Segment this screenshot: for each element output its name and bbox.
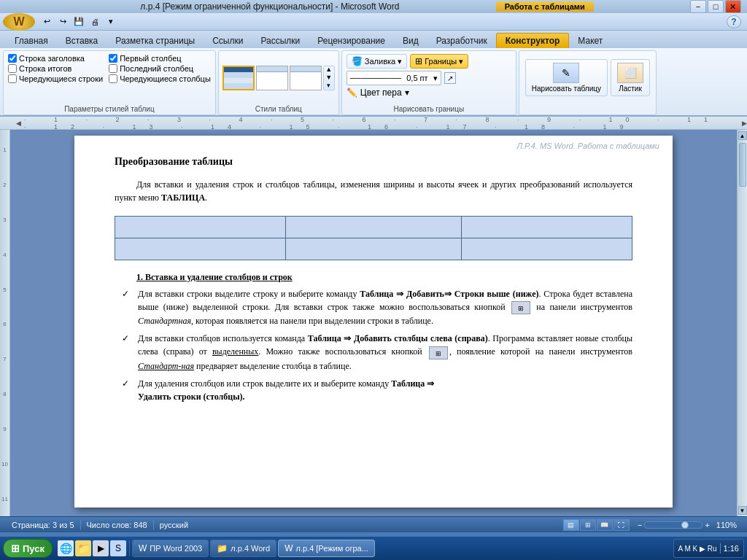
- table-style-scroll[interactable]: ▲ ▼ ▾: [323, 66, 335, 90]
- taskbar-item-active[interactable]: W л.р.4 [Режим огра...: [278, 540, 375, 557]
- ie-icon[interactable]: 🌐: [58, 540, 74, 556]
- fill-icon: 🪣: [352, 56, 363, 66]
- table-style-2[interactable]: [256, 66, 288, 90]
- table-style-1[interactable]: [222, 66, 255, 90]
- zoom-slider[interactable]: [644, 521, 703, 529]
- document-page: Л.Р.4. MS Word. Работа с таблицами Преоб…: [74, 136, 673, 508]
- draw-borders-group-label: Нарисовать границы: [342, 105, 516, 113]
- tab-developer[interactable]: Разработчик: [427, 34, 496, 48]
- table-styles-group: ▲ ▼ ▾ Стили таблиц: [218, 50, 339, 115]
- minimize-button[interactable]: −: [690, 0, 706, 13]
- header-row-checkbox[interactable]: [8, 54, 17, 63]
- fill-dropdown-icon[interactable]: ▾: [398, 57, 402, 66]
- taskbar: ⊞ Пуск 🌐 📁 ▶ S W ПР Word 2003 📁 л.р.4 Wo…: [0, 537, 747, 560]
- quicklaunch-bar: 🌐 📁 ▶ S: [55, 540, 130, 556]
- word-count: Число слов: 848: [81, 521, 153, 529]
- border-width-selector[interactable]: ───────── 0,5 пт ▾: [347, 71, 441, 85]
- save-button[interactable]: 💾: [71, 15, 86, 28]
- list-item-3: ✓ Для удаления столбцов или строк выдели…: [115, 377, 632, 403]
- document-table: [115, 216, 632, 260]
- expand-draw-button[interactable]: ↗: [444, 72, 456, 84]
- start-button[interactable]: ⊞ Пуск: [3, 539, 53, 558]
- pen-color-icon: ✏️: [347, 88, 357, 98]
- draw-borders-group: 🪣 Заливка ▾ ⊞ Границы ▾ ───────── 0,5 пт…: [341, 50, 516, 115]
- media-icon[interactable]: ▶: [93, 540, 109, 556]
- word-active-icon: W: [285, 543, 293, 553]
- banded-cols-checkbox-label[interactable]: Чередующиеся столбцы: [109, 74, 211, 83]
- office-button[interactable]: W: [3, 13, 35, 31]
- pen-color-label: Цвет пера: [360, 88, 402, 98]
- view-reading-button[interactable]: 📖: [597, 519, 613, 531]
- start-label: Пуск: [23, 543, 44, 554]
- scroll-up-button[interactable]: ▲: [738, 131, 747, 140]
- first-col-checkbox[interactable]: [109, 54, 117, 63]
- tab-insert[interactable]: Вставка: [57, 34, 107, 48]
- borders-icon: ⊞: [415, 56, 422, 66]
- draw-tools-group: ✎ Нарисовать таблицу ⬜ Ластик: [519, 50, 657, 115]
- page-watermark: Л.Р.4. MS Word. Работа с таблицами: [516, 141, 659, 150]
- table-style-options-group: Строка заголовка Строка итогов Чередующи…: [3, 50, 216, 115]
- tab-layout[interactable]: Разметка страницы: [107, 34, 204, 48]
- taskbar-items: W ПР Word 2003 📁 л.р.4 Word W л.р.4 [Реж…: [132, 540, 671, 557]
- taskbar-item-word-lr4[interactable]: 📁 л.р.4 Word: [210, 540, 276, 557]
- header-row-checkbox-label[interactable]: Строка заголовка: [8, 54, 103, 63]
- redo-button[interactable]: ↪: [55, 15, 70, 28]
- tab-view[interactable]: Вид: [394, 34, 427, 48]
- tab-layout2[interactable]: Макет: [569, 34, 611, 48]
- view-normal-button[interactable]: ▤: [563, 519, 579, 531]
- tab-mailings[interactable]: Рассылки: [252, 34, 309, 48]
- word-taskbar-icon: W: [139, 543, 147, 553]
- skype-icon[interactable]: S: [110, 540, 126, 556]
- folder-icon[interactable]: 📁: [75, 540, 91, 556]
- last-col-checkbox-label[interactable]: Последний столбец: [109, 64, 211, 73]
- view-web-button[interactable]: ⊞: [580, 519, 596, 531]
- banded-rows-checkbox-label[interactable]: Чередующиеся строки: [8, 74, 103, 83]
- scroll-down-button[interactable]: ▼: [738, 506, 747, 515]
- right-scrollbar[interactable]: ▲ ▼: [737, 130, 747, 516]
- eraser-label: Ластик: [619, 85, 642, 93]
- view-fullscreen-button[interactable]: ⛶: [614, 519, 630, 531]
- banded-cols-checkbox[interactable]: [109, 74, 117, 83]
- taskbar-item-word-lr4-label: л.р.4 Word: [231, 544, 270, 553]
- borders-button[interactable]: ⊞ Границы ▾: [410, 54, 468, 69]
- list-item-1: ✓ Для вставки строки выделите строку и в…: [115, 287, 632, 327]
- last-col-checkbox[interactable]: [109, 64, 117, 73]
- title-bar-text: л.р.4 [Режим ограниченной функциональнос…: [140, 1, 399, 12]
- zoom-out-button[interactable]: −: [635, 521, 644, 529]
- print-button[interactable]: 🖨: [88, 15, 102, 28]
- first-col-checkbox-label[interactable]: Первый столбец: [109, 54, 211, 63]
- qa-arrow[interactable]: ▾: [104, 15, 118, 28]
- table-styles-group-label: Стили таблиц: [219, 105, 338, 113]
- document-title: Преобразование таблицы: [115, 156, 632, 168]
- eraser-icon: ⬜: [624, 67, 637, 79]
- scroll-thumb[interactable]: [739, 143, 746, 187]
- taskbar-item-pr-label: ПР Word 2003: [150, 544, 202, 553]
- tab-home[interactable]: Главная: [6, 34, 57, 48]
- tab-review[interactable]: Рецензирование: [309, 34, 394, 48]
- taskbar-item-pr-word[interactable]: W ПР Word 2003: [132, 540, 209, 557]
- tab-references[interactable]: Ссылки: [204, 34, 252, 48]
- draw-table-label: Нарисовать таблицу: [532, 85, 601, 93]
- clock: 1:16: [724, 544, 739, 553]
- table-style-3[interactable]: [290, 66, 322, 90]
- banded-rows-checkbox[interactable]: [8, 74, 17, 83]
- borders-dropdown-icon[interactable]: ▾: [459, 57, 463, 66]
- table-options-group-label: Параметры стилей таблиц: [4, 105, 215, 113]
- total-row-checkbox-label[interactable]: Строка итогов: [8, 64, 103, 73]
- start-icon: ⊞: [11, 542, 20, 554]
- draw-table-button[interactable]: ✎ Нарисовать таблицу: [525, 59, 608, 96]
- fill-button[interactable]: 🪣 Заливка ▾: [347, 54, 407, 69]
- total-row-checkbox[interactable]: [8, 64, 17, 73]
- undo-button[interactable]: ↩: [39, 15, 54, 28]
- draw-table-icon: ✎: [562, 67, 570, 79]
- help-button[interactable]: ?: [727, 15, 741, 28]
- page-count: Страница: 3 из 5: [6, 521, 80, 529]
- close-button[interactable]: ✕: [725, 0, 741, 13]
- zoom-in-button[interactable]: +: [703, 521, 711, 529]
- maximize-button[interactable]: □: [708, 0, 724, 13]
- tab-design[interactable]: Конструктор: [496, 33, 570, 48]
- left-margin-ruler: 1234567891011: [0, 130, 10, 516]
- language: русский: [154, 521, 194, 529]
- eraser-button[interactable]: ⬜ Ластик: [611, 59, 650, 96]
- pen-color-dropdown[interactable]: ▾: [405, 88, 409, 98]
